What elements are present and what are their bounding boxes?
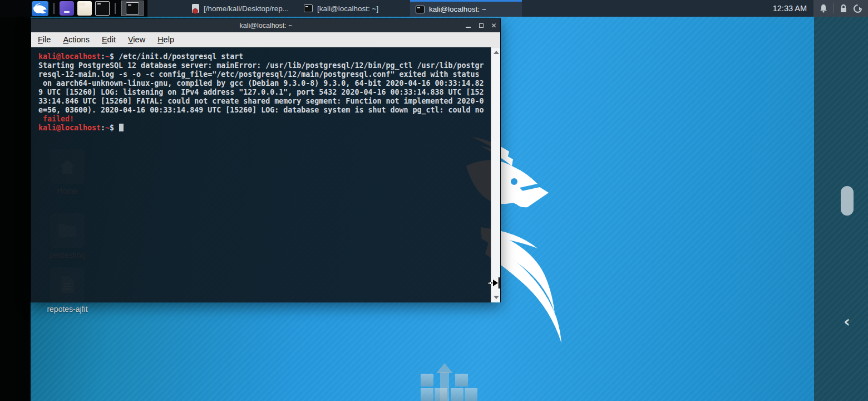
app-launcher-folder-icon[interactable]: [77, 1, 92, 16]
terminal-command: /etc/init.d/postgresql start: [119, 52, 243, 61]
left-black-column: [0, 17, 31, 401]
terminal-icon: [304, 4, 313, 12]
scroll-down-icon[interactable]: [494, 296, 499, 299]
launcher-separator: [115, 3, 116, 14]
side-panel-scrollbar-thumb[interactable]: [841, 186, 854, 216]
terminal-failed-line: failed!: [38, 115, 487, 124]
terminal-prompt-line: kali@localhost:~$: [38, 124, 487, 133]
app-launcher-terminal-icon[interactable]: [95, 1, 110, 16]
launcher-separator: [53, 3, 55, 14]
terminal-output-area[interactable]: kali@localhost:~$ /etc/init.d/postgresql…: [31, 47, 500, 302]
system-tray: [813, 0, 868, 17]
menu-file[interactable]: File: [38, 35, 51, 44]
terminal-cursor: [119, 124, 124, 131]
terminal-icon: [416, 6, 425, 13]
notification-bell-icon[interactable]: [819, 4, 828, 13]
terminal-output-line: 33:14.846 UTC [15260] FATAL: could not c…: [38, 97, 487, 106]
resize-right-cursor-icon: [486, 276, 503, 290]
launcher-area: [0, 0, 147, 17]
top-panel: [/home/kali/Desktop/rep... [kali@localho…: [0, 0, 868, 17]
kali-menu-button[interactable]: [32, 1, 48, 16]
app-launcher-window-icon[interactable]: [60, 1, 74, 16]
scroll-up-icon[interactable]: [494, 51, 499, 54]
taskbar-item-terminal-1[interactable]: [kali@localhost: ~]: [298, 0, 410, 17]
desktop-icon-label: repotes-ajfit: [46, 305, 88, 314]
menu-help[interactable]: Help: [157, 35, 174, 44]
taskbar-item-terminal-active[interactable]: kali@localhost: ~: [410, 0, 522, 17]
window-titlebar[interactable]: kali@localhost: ~ ✕: [31, 19, 500, 32]
terminal-output-line: 9 UTC [15260] LOG: listening on IPv4 add…: [38, 88, 487, 97]
menu-view[interactable]: View: [128, 35, 145, 44]
menu-actions[interactable]: Actions: [63, 35, 90, 44]
app-launcher-terminal-active[interactable]: [121, 1, 144, 16]
terminal-output-line: Starting PostgreSQL 12 database server: …: [38, 61, 487, 70]
terminal-output-line: resql-12-main.log -s -o -c config_file="…: [38, 70, 487, 79]
chevron-left-icon[interactable]: ‹: [837, 312, 857, 332]
taskbar-item-file[interactable]: [/home/kali/Desktop/rep...: [186, 0, 298, 17]
maximize-button[interactable]: [475, 19, 487, 32]
tray-separator: [833, 3, 834, 13]
terminal-menubar: File Actions Edit View Help: [31, 32, 500, 47]
document-icon: [192, 4, 199, 13]
desktop-screen: Home pentesting repotes-ajfit ‹ kali@loc…: [0, 0, 868, 401]
menu-edit[interactable]: Edit: [102, 35, 116, 44]
terminal-output-line: on aarch64-unknown-linux-gnu, compiled b…: [38, 79, 487, 88]
terminal-icon: [126, 2, 139, 14]
window-title: kali@localhost: ~: [70, 22, 462, 30]
terminal-prompt-line: kali@localhost:~$ /etc/init.d/postgresql…: [38, 52, 487, 61]
logout-power-icon[interactable]: [853, 4, 862, 13]
taskbar: [/home/kali/Desktop/rep... [kali@localho…: [186, 0, 522, 17]
lock-screen-icon[interactable]: [839, 4, 848, 13]
terminal-scrollbar[interactable]: [491, 47, 500, 302]
close-button[interactable]: ✕: [487, 19, 500, 32]
terminal-window: kali@localhost: ~ ✕ File Actions Edit Vi…: [31, 18, 501, 302]
panel-clock: 12:33 AM: [773, 0, 807, 17]
minimize-button[interactable]: [462, 19, 475, 32]
terminal-output-line: e=56, 03600). 2020-04-16 00:33:14.849 UT…: [38, 106, 487, 115]
